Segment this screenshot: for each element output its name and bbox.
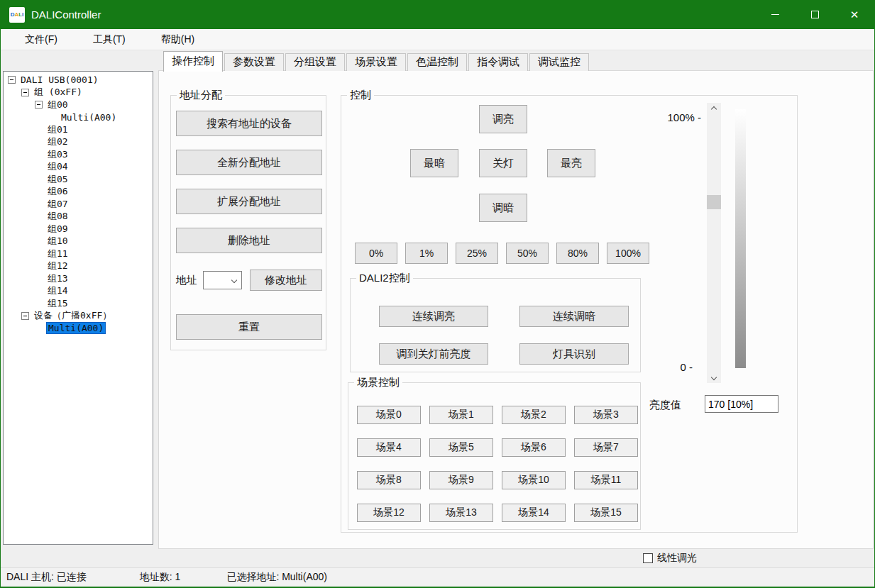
action-button[interactable]: 0%	[355, 243, 397, 264]
action-button[interactable]: 连续调暗	[519, 306, 629, 327]
action-button[interactable]: 全新分配地址	[176, 150, 322, 175]
action-button[interactable]: 80%	[556, 243, 599, 264]
brightness-max-label: 100% -	[657, 111, 701, 123]
tree-node-label: 组13	[46, 272, 70, 285]
action-button[interactable]: 场景1	[429, 406, 493, 424]
tree-expander-icon[interactable]	[21, 89, 29, 96]
action-button[interactable]: 场景8	[357, 471, 421, 489]
address-combobox-input[interactable]	[204, 272, 231, 288]
main-area: DALI USB(0001) 组 (0xFF) 组00 Multi(A00) 组…	[1, 50, 874, 567]
action-button[interactable]: 连续调亮	[379, 306, 488, 327]
action-button[interactable]: 场景12	[357, 504, 421, 522]
tree-node[interactable]: 组02	[4, 136, 153, 149]
tree-node[interactable]: 组04	[4, 161, 153, 174]
action-button[interactable]: 灯具识别	[519, 343, 629, 365]
linear-dimming-label: 线性调光	[657, 552, 697, 565]
tree-node[interactable]: 设备（广播0xFF）	[4, 310, 153, 323]
reset-button[interactable]: 重置	[176, 314, 322, 340]
brightness-value-field[interactable]	[705, 395, 778, 413]
address-buttons: 搜索有地址的设备全新分配地址扩展分配地址删除地址	[176, 111, 322, 253]
tree-node[interactable]: 组05	[4, 173, 153, 186]
address-label: 地址	[176, 274, 197, 287]
tree-expander-icon[interactable]	[35, 101, 43, 109]
tree-node-label: 组14	[46, 284, 70, 297]
address-combobox[interactable]	[203, 271, 242, 289]
action-button[interactable]: 50%	[506, 243, 549, 264]
tab[interactable]: 操作控制	[163, 51, 223, 72]
menubar: 文件(F)工具(T)帮助(H)	[1, 29, 874, 50]
address-row: 地址 修改地址	[176, 271, 322, 289]
tree-node[interactable]: 组14	[4, 285, 153, 298]
tree-expander-icon[interactable]	[8, 76, 16, 84]
tree-node[interactable]: Multi(A00)	[4, 111, 153, 124]
tab[interactable]: 色温控制	[407, 53, 467, 71]
device-tree-panel[interactable]: DALI USB(0001) 组 (0xFF) 组00 Multi(A00) 组…	[3, 71, 153, 545]
tree-node[interactable]: 组01	[4, 123, 153, 136]
action-button[interactable]: 场景4	[357, 438, 421, 457]
action-button[interactable]: 场景5	[429, 438, 493, 457]
action-button[interactable]: 场景11	[574, 471, 638, 489]
action-button[interactable]: 场景2	[502, 406, 566, 424]
action-button[interactable]: 1%	[405, 243, 448, 264]
menu-item[interactable]: 工具(T)	[84, 30, 134, 49]
action-button[interactable]: 场景15	[574, 504, 638, 522]
menu-item[interactable]: 帮助(H)	[153, 30, 203, 49]
action-button[interactable]: 删除地址	[176, 228, 322, 253]
modify-address-button[interactable]: 修改地址	[250, 270, 322, 291]
tree-node[interactable]: 组13	[4, 272, 153, 285]
chevron-up-icon	[711, 106, 717, 111]
action-button[interactable]: 25%	[456, 243, 498, 264]
action-button[interactable]: 场景13	[429, 504, 493, 522]
maximize-button[interactable]	[795, 0, 835, 29]
action-button[interactable]: 场景6	[502, 438, 566, 457]
action-button[interactable]: 场景10	[502, 471, 566, 489]
app-window: DALI DALIController ✕ 文件(F)工具(T)帮助(H) DA…	[0, 0, 875, 588]
tree-node[interactable]: 组15	[4, 297, 153, 310]
action-button[interactable]: 场景14	[502, 504, 566, 522]
dim-up-button[interactable]: 调亮	[479, 105, 527, 133]
window-title: DALIController	[31, 9, 101, 21]
action-button[interactable]: 场景0	[357, 406, 421, 424]
minimize-button[interactable]	[755, 0, 795, 29]
tree-node[interactable]: 组03	[4, 148, 153, 161]
tree-expander-icon[interactable]	[21, 312, 29, 320]
action-button[interactable]: 场景9	[429, 471, 493, 489]
tree-node[interactable]: 组06	[4, 186, 153, 199]
tree-node[interactable]: DALI USB(0001)	[4, 74, 153, 87]
tree-node[interactable]: 组00	[4, 99, 153, 111]
menu-item[interactable]: 文件(F)	[16, 30, 66, 49]
tree-node[interactable]: Multi(A00)	[4, 322, 153, 335]
tab[interactable]: 分组设置	[285, 53, 345, 71]
tree-node[interactable]: 组07	[4, 198, 153, 211]
light-off-button[interactable]: 关灯	[479, 149, 527, 177]
chevron-down-icon[interactable]	[231, 277, 237, 283]
action-button[interactable]: 扩展分配地址	[176, 189, 322, 214]
action-button[interactable]: 场景3	[574, 406, 638, 424]
action-button[interactable]: 100%	[607, 243, 649, 264]
scroll-up-button[interactable]	[707, 103, 721, 115]
tab[interactable]: 场景设置	[346, 53, 406, 71]
scroll-down-button[interactable]	[707, 371, 721, 383]
tree-node[interactable]: 组12	[4, 260, 153, 273]
action-button[interactable]: 搜索有地址的设备	[176, 111, 322, 136]
linear-dimming-option[interactable]: 线性调光	[643, 552, 697, 565]
tree-node[interactable]: 组09	[4, 223, 153, 235]
checkbox-icon[interactable]	[643, 553, 653, 563]
tab[interactable]: 调试监控	[529, 53, 589, 71]
tab[interactable]: 指令调试	[468, 53, 528, 71]
close-button[interactable]: ✕	[835, 0, 874, 29]
tree-node[interactable]: 组10	[4, 235, 153, 248]
tree-node-label: 组 (0xFF)	[33, 86, 84, 99]
tab[interactable]: 参数设置	[224, 53, 284, 71]
tree-node-label: 组07	[46, 198, 70, 211]
brightest-button[interactable]: 最亮	[547, 149, 595, 177]
action-button[interactable]: 场景7	[574, 438, 638, 457]
action-button[interactable]: 调到关灯前亮度	[379, 343, 488, 365]
darkest-button[interactable]: 最暗	[410, 149, 458, 177]
tree-node[interactable]: 组 (0xFF)	[4, 87, 153, 99]
brightness-scrollbar[interactable]	[707, 103, 721, 383]
dim-down-button[interactable]: 调暗	[479, 194, 527, 222]
tree-node[interactable]: 组11	[4, 248, 153, 260]
scrollbar-thumb[interactable]	[707, 195, 721, 209]
tree-node[interactable]: 组08	[4, 211, 153, 223]
